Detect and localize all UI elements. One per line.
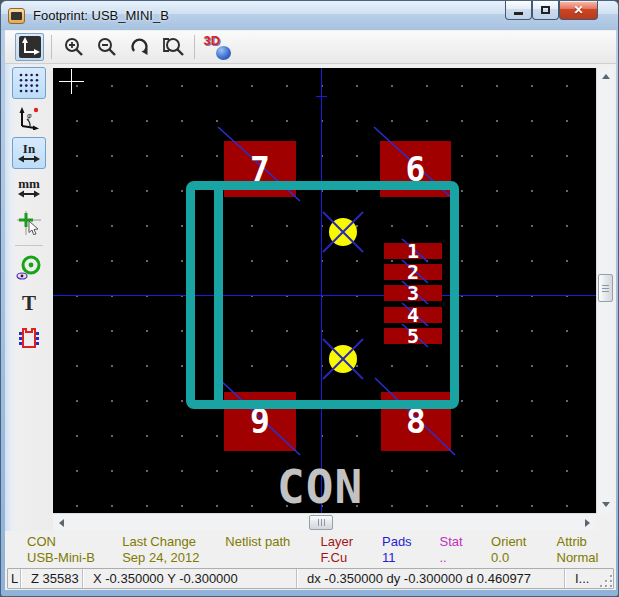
grid-dot bbox=[496, 435, 498, 437]
status-field-last-change: Last ChangeSep 24, 2012 bbox=[122, 534, 225, 567]
grid-dot bbox=[181, 470, 183, 472]
polar-coordinates-icon: φ bbox=[17, 106, 41, 130]
minimize-button[interactable] bbox=[505, 1, 532, 20]
grid-dot bbox=[111, 225, 113, 227]
close-icon: ✕ bbox=[573, 3, 583, 17]
status-field-attrib: AttribNormal bbox=[557, 534, 617, 567]
cursor-crosshair bbox=[71, 69, 72, 94]
connector-outline-inner-line bbox=[214, 183, 223, 407]
grid-dot bbox=[216, 505, 218, 507]
grid-dot bbox=[216, 85, 218, 87]
grid-dot bbox=[566, 435, 568, 437]
scroll-down-button[interactable] bbox=[597, 496, 614, 513]
pad-display-mode-button[interactable] bbox=[12, 252, 46, 284]
canvas[interactable]: 769812345CON bbox=[53, 68, 596, 513]
grid-dot bbox=[286, 85, 288, 87]
redraw-icon bbox=[128, 35, 152, 59]
scroll-right-button[interactable] bbox=[579, 514, 596, 531]
zoom-in-button[interactable] bbox=[59, 33, 88, 61]
close-button[interactable]: ✕ bbox=[559, 1, 598, 20]
zoom-fit-button[interactable] bbox=[15, 33, 44, 61]
grid-dot bbox=[251, 120, 253, 122]
maximize-button[interactable] bbox=[532, 1, 559, 20]
grid-dot bbox=[566, 330, 568, 332]
status-label: Orient bbox=[491, 534, 556, 550]
status-fields: CONUSB-Mini-BLast ChangeSep 24, 2012Netl… bbox=[5, 531, 616, 567]
grid-dot bbox=[146, 155, 148, 157]
grid-dot bbox=[531, 85, 533, 87]
horizontal-scroll-thumb[interactable] bbox=[309, 515, 333, 530]
units-mm-button[interactable]: mm bbox=[12, 172, 46, 204]
grid-dot bbox=[146, 85, 148, 87]
status-label: Pads bbox=[382, 534, 440, 550]
grid-dot bbox=[496, 365, 498, 367]
grid-dot bbox=[181, 435, 183, 437]
vertical-scroll-thumb[interactable] bbox=[598, 274, 613, 302]
grid-dot bbox=[111, 435, 113, 437]
grid-dot bbox=[251, 85, 253, 87]
grid-dot bbox=[566, 470, 568, 472]
view-3d-button[interactable]: 3D bbox=[202, 33, 231, 61]
grid-dot bbox=[496, 120, 498, 122]
grid-dot bbox=[216, 470, 218, 472]
grid-dot bbox=[111, 120, 113, 122]
horizontal-scrollbar[interactable] bbox=[53, 513, 596, 530]
scroll-left-button[interactable] bbox=[53, 514, 70, 531]
zoom-in-icon bbox=[62, 35, 86, 59]
zoom-fit-icon bbox=[19, 36, 41, 58]
grid-dot bbox=[566, 400, 568, 402]
grid-dot bbox=[76, 365, 78, 367]
status-label: Stat bbox=[440, 534, 492, 550]
grid-dot bbox=[461, 330, 463, 332]
status-field-netlist-path: Netlist path bbox=[225, 534, 320, 567]
grid-dot bbox=[531, 225, 533, 227]
resize-grip[interactable] bbox=[599, 574, 612, 587]
status-field-stat: Stat.. bbox=[440, 534, 492, 567]
status-label: Last Change bbox=[122, 534, 225, 550]
grid-dot bbox=[181, 260, 183, 262]
zoom-out-button[interactable] bbox=[92, 33, 121, 61]
footprint-display-button[interactable] bbox=[12, 322, 46, 354]
status-value: Normal bbox=[557, 550, 617, 566]
grid-dot bbox=[216, 120, 218, 122]
status-field-layer: LayerF.Cu bbox=[321, 534, 382, 567]
rings-eye-icon bbox=[16, 255, 42, 281]
redraw-view-button[interactable] bbox=[125, 33, 154, 61]
grid-dot bbox=[146, 225, 148, 227]
toolbar-separator bbox=[194, 35, 195, 59]
footprint-outline-icon bbox=[17, 325, 41, 351]
grid-dot bbox=[461, 190, 463, 192]
grid-dot bbox=[531, 435, 533, 437]
anchor-mark bbox=[321, 91, 322, 102]
polar-coordinates-button[interactable]: φ bbox=[12, 102, 46, 134]
status-value: Sep 24, 2012 bbox=[122, 550, 225, 566]
grid-dot bbox=[426, 470, 428, 472]
cursor-shape-icon bbox=[16, 210, 42, 236]
vertical-scrollbar[interactable] bbox=[596, 68, 613, 513]
status-value: F.Cu bbox=[321, 550, 382, 566]
toolbar-separator bbox=[51, 35, 52, 59]
grid-dot bbox=[111, 505, 113, 507]
cursor-shape-button[interactable] bbox=[12, 207, 46, 239]
units-inches-button[interactable]: In bbox=[12, 137, 46, 169]
grid-dot bbox=[461, 470, 463, 472]
app-icon bbox=[8, 8, 25, 24]
grid-dot bbox=[461, 155, 463, 157]
coord-cell-absolute-xy: X -0.350000 Y -0.300000 bbox=[82, 569, 296, 588]
text-visibility-button[interactable]: T bbox=[12, 287, 46, 319]
grid-dot bbox=[356, 120, 358, 122]
grid-dot bbox=[426, 505, 428, 507]
grid-dot bbox=[566, 225, 568, 227]
grid-dot bbox=[426, 85, 428, 87]
status-value: 11 bbox=[382, 550, 440, 566]
grid-dot bbox=[181, 330, 183, 332]
grid-dot bbox=[146, 190, 148, 192]
coord-cell-zoom: Z 35583 bbox=[20, 569, 82, 588]
grid-dot bbox=[496, 190, 498, 192]
grid-dot bbox=[76, 260, 78, 262]
grid-toggle-button[interactable] bbox=[12, 67, 46, 99]
grid-dot bbox=[566, 85, 568, 87]
zoom-selection-button[interactable] bbox=[158, 33, 187, 61]
title-bar[interactable]: Footprint: USB_MINI_B ✕ bbox=[1, 1, 619, 30]
scroll-up-button[interactable] bbox=[597, 68, 614, 85]
